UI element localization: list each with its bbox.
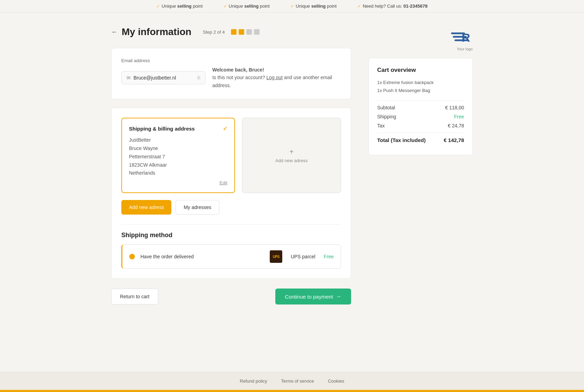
continue-to-payment-button[interactable]: Continue to payment → bbox=[275, 289, 351, 305]
email-row: ✉ Bruce@justbetter.nl ⎘ Welcome back, Br… bbox=[121, 66, 341, 89]
edit-address-link[interactable]: Edit bbox=[129, 180, 227, 185]
cookies-link[interactable]: Cookies bbox=[328, 378, 344, 384]
footer: Refund policy Terms of service Cookies bbox=[0, 372, 584, 392]
shipping-method-section: Shipping method Have the order delivered… bbox=[121, 232, 341, 269]
step-dot-3 bbox=[246, 29, 252, 35]
address-card-title: Shipping & billing address ✓ bbox=[129, 125, 227, 132]
add-address-card[interactable]: + Add new adress bbox=[242, 118, 341, 193]
usp-1: ✓ Unique selling point bbox=[156, 3, 203, 9]
step-indicator: Step 2 of 4 bbox=[203, 29, 260, 35]
ups-service: UPS parcel bbox=[291, 254, 315, 259]
main-content: ← My information Step 2 of 4 Email addre… bbox=[0, 12, 584, 372]
top-section: ← My information Step 2 of 4 Email addre… bbox=[83, 12, 501, 318]
ups-logo: UPS bbox=[270, 250, 282, 263]
section-divider bbox=[121, 224, 341, 225]
radio-selected bbox=[129, 254, 135, 259]
cart-row-tax: Tax € 24,78 bbox=[377, 123, 464, 128]
check-icon-3: ✓ bbox=[291, 4, 294, 9]
email-icon: ✉ bbox=[127, 75, 131, 81]
check-icon-1: ✓ bbox=[156, 4, 160, 9]
address-checkmark: ✓ bbox=[223, 125, 227, 132]
gold-bar bbox=[0, 390, 584, 392]
my-addresses-button[interactable]: My adresses bbox=[176, 200, 219, 215]
footer-links: Refund policy Terms of service Cookies bbox=[0, 372, 584, 390]
left-column: ← My information Step 2 of 4 Email addre… bbox=[111, 26, 351, 305]
cart-divider-1 bbox=[377, 100, 464, 101]
logo-icon: R bbox=[448, 26, 473, 45]
cart-title: Cart overview bbox=[377, 67, 464, 74]
cart-item-1: 1x Extreme fusion backpack bbox=[377, 78, 464, 86]
step-dots bbox=[231, 29, 259, 35]
bottom-actions: Return to cart Continue to payment → bbox=[111, 289, 351, 305]
cart-row-total: Total (Tax included) € 142,78 bbox=[377, 137, 464, 143]
address-city: 1823CW Alkmaar bbox=[129, 161, 227, 169]
cart-row-subtotal: Subtotal € 118,00 bbox=[377, 105, 464, 110]
svg-text:R: R bbox=[462, 31, 470, 44]
check-icon-4: ✓ bbox=[357, 4, 361, 9]
add-address-label: Add new adress bbox=[275, 158, 308, 163]
usp-3: ✓ Unique selling point bbox=[291, 3, 337, 9]
copy-icon[interactable]: ⎘ bbox=[197, 75, 200, 81]
cart-item-2: 1x Push It Messenger Bag bbox=[377, 86, 464, 94]
address-company: JustBetter bbox=[129, 136, 227, 144]
shipping-option-label: Have the order delivered bbox=[140, 254, 264, 259]
page-header: ← My information Step 2 of 4 bbox=[111, 26, 351, 37]
selected-address-card: Shipping & billing address ✓ JustBetter … bbox=[121, 118, 235, 193]
step-dot-1 bbox=[231, 29, 236, 35]
address-name: Bruce Wayne bbox=[129, 144, 227, 153]
add-new-address-button[interactable]: Add new adress bbox=[121, 200, 171, 215]
plus-icon: + bbox=[290, 148, 294, 156]
email-card: Email address ✉ Bruce@justbetter.nl ⎘ We… bbox=[111, 48, 351, 99]
step-text: Step 2 of 4 bbox=[203, 30, 225, 35]
cart-card: Cart overview 1x Extreme fusion backpack… bbox=[368, 58, 473, 155]
address-section: Shipping & billing address ✓ JustBetter … bbox=[111, 108, 351, 279]
shipping-option[interactable]: Have the order delivered UPS UPS parcel … bbox=[121, 244, 341, 269]
help-phone: ✓ Need help? Call us: 01-2345678 bbox=[357, 3, 427, 9]
address-grid: Shipping & billing address ✓ JustBetter … bbox=[121, 118, 341, 193]
email-label: Email address bbox=[121, 58, 341, 63]
cart-items: 1x Extreme fusion backpack 1x Push It Me… bbox=[377, 78, 464, 95]
step-dot-2 bbox=[238, 29, 244, 35]
shipping-section-title: Shipping method bbox=[121, 232, 341, 239]
back-button[interactable]: ← bbox=[111, 28, 117, 36]
refund-policy-link[interactable]: Refund policy bbox=[240, 378, 267, 384]
address-country: Netherlands bbox=[129, 169, 227, 177]
address-buttons: Add new adress My adresses bbox=[121, 200, 341, 217]
welcome-message: Welcome back, Bruce! Is this not your ac… bbox=[212, 66, 341, 89]
address-street: Pettemerstraat 7 bbox=[129, 153, 227, 161]
logo-tagline: Your logo bbox=[457, 47, 473, 51]
cart-row-shipping: Shipping Free bbox=[377, 114, 464, 119]
arrow-icon: → bbox=[336, 293, 341, 300]
cart-divider-2 bbox=[377, 133, 464, 133]
check-icon-2: ✓ bbox=[224, 4, 227, 9]
email-field: ✉ Bruce@justbetter.nl ⎘ bbox=[121, 71, 205, 84]
usp-2: ✓ Unique selling point bbox=[224, 3, 270, 9]
step-dot-4 bbox=[254, 29, 259, 35]
logo-area: R Your logo bbox=[368, 26, 473, 51]
return-to-cart-button[interactable]: Return to cart bbox=[111, 289, 158, 305]
right-column: R Your logo Cart overview 1x Extreme fus… bbox=[368, 26, 473, 155]
email-value: Bruce@justbetter.nl bbox=[133, 75, 195, 81]
shipping-free-label: Free bbox=[454, 114, 464, 119]
logout-link[interactable]: Log out bbox=[266, 75, 283, 80]
top-bar: ✓ Unique selling point ✓ Unique selling … bbox=[0, 0, 584, 12]
terms-of-service-link[interactable]: Terms of service bbox=[281, 378, 314, 384]
shipping-free-badge: Free bbox=[324, 254, 334, 259]
